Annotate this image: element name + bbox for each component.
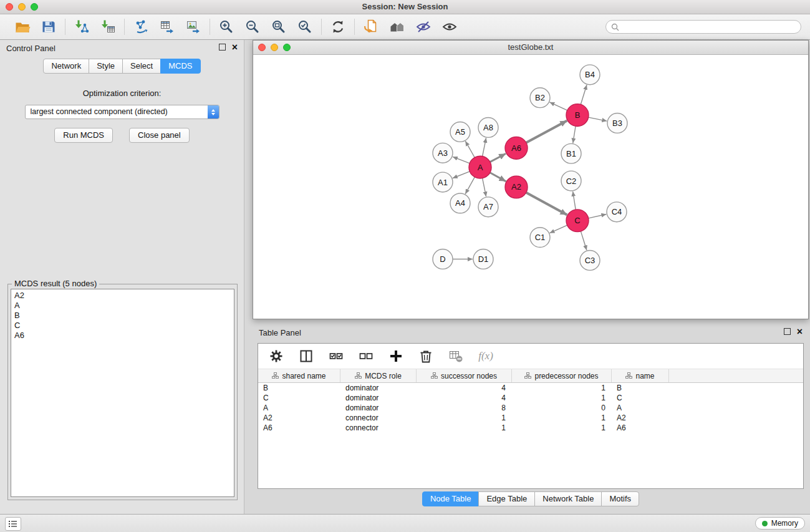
tab-edge-table[interactable]: Edge Table — [478, 491, 535, 506]
node-C3[interactable]: C3 — [580, 251, 600, 271]
node-D1[interactable]: D1 — [473, 249, 493, 269]
node-C1[interactable]: C1 — [530, 228, 550, 248]
table-row[interactable]: Adominator80A — [258, 403, 803, 413]
node-D[interactable]: D — [433, 249, 453, 269]
refresh-button[interactable] — [329, 18, 347, 36]
node-A7[interactable]: A7 — [478, 197, 498, 217]
edge-A-A6[interactable] — [490, 153, 506, 162]
node-A[interactable]: A — [469, 156, 491, 178]
close-network-window-button[interactable] — [258, 44, 266, 51]
zoom-out-button[interactable] — [244, 18, 261, 36]
node-A4[interactable]: A4 — [450, 193, 470, 213]
memory-button[interactable]: Memory — [755, 517, 805, 530]
node-A5[interactable]: A5 — [450, 122, 470, 142]
search-input[interactable] — [622, 22, 796, 32]
dropdown-stepper-icon[interactable] — [208, 105, 219, 118]
edge-A2-C[interactable] — [526, 193, 567, 215]
column-header-shared-name[interactable]: shared name — [258, 369, 340, 382]
tab-style[interactable]: Style — [89, 59, 123, 74]
edge-A-A3[interactable] — [453, 157, 470, 163]
table-row[interactable]: Bdominator41B — [258, 383, 803, 393]
edge-C-C1[interactable] — [550, 225, 567, 233]
node-C4[interactable]: C4 — [607, 202, 627, 222]
settings-gear-button[interactable] — [268, 348, 284, 364]
zoom-selected-button[interactable] — [296, 18, 314, 36]
edge-B-B3[interactable] — [589, 117, 607, 121]
edge-B-B1[interactable] — [573, 126, 576, 143]
tab-select[interactable]: Select — [122, 59, 161, 74]
tab-network[interactable]: Network — [43, 59, 89, 74]
zoom-fit-button[interactable] — [270, 18, 287, 36]
node-B2[interactable]: B2 — [530, 88, 550, 108]
tab-network-table[interactable]: Network Table — [534, 491, 602, 506]
minimize-window-button[interactable] — [18, 3, 26, 11]
edge-C-C3[interactable] — [581, 231, 587, 250]
maximize-window-button[interactable] — [31, 3, 38, 11]
import-table-button[interactable] — [99, 18, 117, 36]
node-A2[interactable]: A2 — [505, 176, 528, 198]
edge-C-C2[interactable] — [573, 191, 576, 210]
column-header-name[interactable]: name — [612, 369, 669, 382]
node-B[interactable]: B — [566, 104, 589, 127]
edge-A-A1[interactable] — [453, 172, 470, 178]
column-visibility-button[interactable] — [298, 348, 314, 364]
edge-B-B2[interactable] — [549, 102, 567, 110]
node-A6[interactable]: A6 — [505, 137, 528, 159]
edge-C-C4[interactable] — [589, 214, 607, 218]
close-panel-button[interactable]: Close panel — [129, 128, 190, 143]
node-A3[interactable]: A3 — [433, 143, 453, 163]
import-network-button[interactable] — [73, 18, 90, 36]
hide-details-button[interactable] — [415, 18, 432, 36]
export-image-button[interactable] — [185, 18, 202, 36]
tab-motifs[interactable]: Motifs — [601, 491, 639, 506]
save-session-button[interactable] — [40, 18, 57, 36]
deselect-all-button[interactable] — [358, 348, 374, 364]
edge-A-A4[interactable] — [465, 177, 475, 194]
node-C2[interactable]: C2 — [561, 171, 581, 191]
zoom-in-button[interactable] — [218, 18, 235, 36]
mcds-result-item[interactable]: C — [14, 321, 231, 331]
node-A1[interactable]: A1 — [433, 172, 453, 192]
home-button[interactable] — [388, 18, 406, 36]
node-A8[interactable]: A8 — [478, 118, 498, 138]
run-mcds-button[interactable]: Run MCDS — [54, 128, 113, 143]
node-C[interactable]: C — [566, 210, 589, 232]
minimize-network-window-button[interactable] — [271, 44, 278, 51]
tab-mcds[interactable]: MCDS — [160, 59, 200, 74]
mcds-result-item[interactable]: B — [14, 311, 231, 321]
show-details-button[interactable] — [441, 18, 458, 36]
tab-node-table[interactable]: Node Table — [422, 491, 480, 506]
edge-A6-B[interactable] — [526, 121, 567, 143]
edge-A-A5[interactable] — [465, 141, 475, 157]
close-window-button[interactable] — [6, 3, 13, 11]
column-header-predecessor-nodes[interactable]: predecessor nodes — [512, 369, 612, 382]
edge-A-A7[interactable] — [483, 178, 486, 197]
mcds-result-item[interactable]: A — [14, 301, 231, 311]
export-network-button[interactable] — [132, 18, 150, 36]
select-all-button[interactable] — [328, 348, 344, 364]
close-panel-icon[interactable]: × — [232, 44, 238, 51]
column-header-successor-nodes[interactable]: successor nodes — [417, 369, 512, 382]
node-B1[interactable]: B1 — [561, 143, 581, 163]
node-B4[interactable]: B4 — [580, 65, 600, 85]
close-table-panel-icon[interactable]: × — [797, 328, 803, 335]
export-table-button[interactable] — [158, 18, 176, 36]
mcds-result-item[interactable]: A6 — [14, 331, 231, 341]
delete-row-button[interactable] — [418, 348, 434, 364]
open-session-button[interactable] — [14, 18, 31, 36]
table-row[interactable]: Cdominator41C — [258, 393, 803, 403]
show-graphics-details-button[interactable] — [362, 18, 380, 36]
function-builder-button[interactable]: f(x) — [478, 348, 494, 364]
search-field[interactable] — [605, 20, 801, 34]
network-canvas[interactable]: B4B2BB3A5A8A6B1A3AC2A1A2A4A7C4CC1C3DD1 — [253, 55, 808, 319]
mcds-result-item[interactable]: A2 — [14, 291, 231, 301]
edge-A-A8[interactable] — [483, 138, 486, 157]
maximize-network-window-button[interactable] — [283, 44, 291, 51]
column-header-mcds-role[interactable]: MCDS role — [340, 369, 417, 382]
delete-table-button[interactable] — [448, 348, 464, 364]
optimization-dropdown[interactable]: largest connected component (directed) — [25, 105, 219, 119]
float-panel-icon[interactable] — [219, 44, 226, 51]
edge-B-B4[interactable] — [581, 85, 587, 104]
table-row[interactable]: A6connector11A6 — [258, 423, 803, 433]
node-B3[interactable]: B3 — [607, 114, 627, 133]
